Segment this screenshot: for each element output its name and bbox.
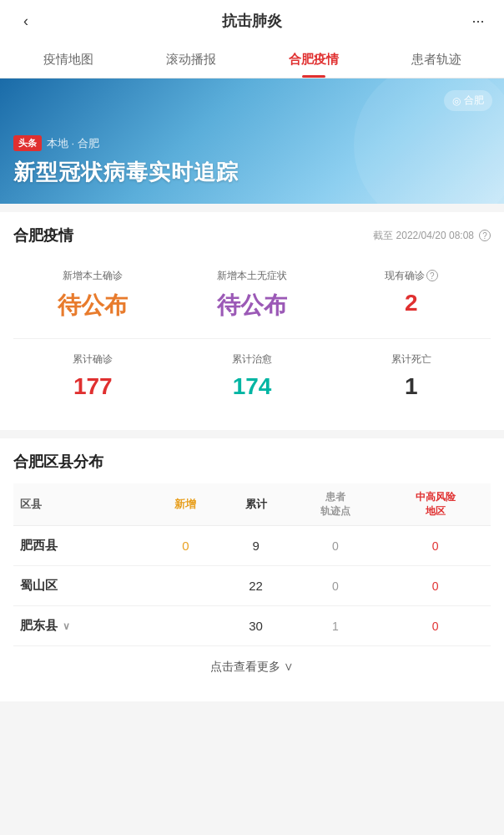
table-row: 蜀山区 22 0 0: [13, 566, 491, 606]
stat-cumulative-confirmed-value: 177: [17, 373, 169, 400]
col-header-risk: 中高风险 地区: [380, 483, 491, 526]
tab-bar: 疫情地图 滚动播报 合肥疫情 患者轨迹: [0, 42, 504, 78]
track-shushan: 0: [291, 566, 380, 606]
stat-new-confirmed-label: 新增本土确诊: [17, 269, 169, 283]
stats-header: 合肥疫情 截至 2022/04/20 08:08 ?: [13, 225, 491, 245]
stat-new-confirmed: 新增本土确诊 待公布: [13, 261, 173, 338]
district-name-feidong: 肥东县 ∨: [13, 606, 150, 646]
stat-new-asymptomatic-value: 待公布: [176, 290, 329, 321]
chevron-down-icon: ∨: [63, 620, 70, 632]
stat-cumulative-confirmed: 累计确诊 177: [13, 344, 173, 417]
cumulative-shushan: 22: [221, 566, 291, 606]
new-cases-feixi: 0: [150, 526, 220, 566]
risk-feidong: 0: [380, 606, 491, 646]
new-cases-feidong: [150, 606, 220, 646]
stat-cumulative-confirmed-label: 累计确诊: [17, 352, 169, 367]
stats-section: 合肥疫情 截至 2022/04/20 08:08 ? 新增本土确诊 待公布 新增…: [0, 212, 504, 430]
new-cases-shushan: [150, 566, 220, 606]
col-header-track: 患者 轨迹点: [291, 483, 380, 526]
track-feixi: 0: [291, 526, 380, 566]
cumulative-feidong: 30: [221, 606, 291, 646]
tab-scroll[interactable]: 滚动播报: [129, 42, 252, 78]
risk-shushan: 0: [380, 566, 491, 606]
district-section-title: 合肥区县分布: [13, 452, 491, 472]
district-name-shushan: 蜀山区: [13, 566, 150, 606]
top-bar: ‹ 抗击肺炎 ···: [0, 0, 504, 42]
stat-cumulative-death-label: 累计死亡: [335, 352, 487, 367]
stat-cumulative-recovered-value: 174: [176, 373, 329, 400]
cumulative-feixi: 9: [221, 526, 291, 566]
stat-cumulative-death-value: 1: [335, 373, 487, 400]
location-icon: ◎: [452, 95, 461, 107]
banner-location[interactable]: ◎ 合肥: [444, 90, 492, 111]
stats-row-1: 新增本土确诊 待公布 新增本土无症状 待公布 现有确诊? 2: [13, 261, 491, 338]
tab-map[interactable]: 疫情地图: [7, 42, 129, 78]
banner[interactable]: ◎ 合肥 头条 本地 · 合肥 新型冠状病毒实时追踪: [0, 78, 504, 204]
table-header-row: 区县 新增 累计 患者 轨迹点 中高风险 地区: [13, 483, 491, 526]
stat-new-asymptomatic-label: 新增本土无症状: [176, 269, 329, 283]
stat-cumulative-recovered-label: 累计治愈: [176, 352, 329, 367]
col-header-new: 新增: [150, 483, 220, 526]
stat-current-confirmed-value: 2: [335, 290, 487, 316]
stats-timestamp: 截至 2022/04/20 08:08 ?: [373, 229, 491, 243]
district-table: 区县 新增 累计 患者 轨迹点 中高风险 地区 肥西县 0 9 0 0 蜀山区 …: [13, 483, 491, 646]
table-row: 肥东县 ∨ 30 1 0: [13, 606, 491, 646]
location-label: 合肥: [464, 94, 484, 108]
table-row: 肥西县 0 9 0 0: [13, 526, 491, 566]
col-header-cumulative: 累计: [221, 483, 291, 526]
stat-current-confirmed: 现有确诊? 2: [331, 261, 491, 338]
back-button[interactable]: ‹: [13, 13, 38, 30]
stat-new-asymptomatic: 新增本土无症状 待公布: [173, 261, 332, 338]
more-button[interactable]: ···: [466, 13, 491, 30]
stats-help-icon[interactable]: ?: [479, 230, 491, 241]
stats-divider: [13, 338, 491, 339]
stat-current-confirmed-label: 现有确诊?: [335, 269, 487, 283]
tab-hefei[interactable]: 合肥疫情: [252, 42, 375, 78]
district-section: 合肥区县分布 区县 新增 累计 患者 轨迹点 中高风险 地区 肥西县 0 9 0…: [0, 438, 504, 701]
stat-cumulative-recovered: 累计治愈 174: [173, 344, 332, 417]
risk-feixi: 0: [380, 526, 491, 566]
track-feidong: 1: [291, 606, 380, 646]
stats-row-2: 累计确诊 177 累计治愈 174 累计死亡 1: [13, 344, 491, 417]
banner-subtitle: 本地 · 合肥: [47, 136, 99, 151]
stats-section-title: 合肥疫情: [13, 225, 73, 245]
stat-cumulative-death: 累计死亡 1: [331, 344, 491, 417]
tab-track[interactable]: 患者轨迹: [375, 42, 497, 78]
page-title: 抗击肺炎: [38, 11, 466, 31]
current-confirmed-help[interactable]: ?: [426, 270, 438, 281]
stat-new-confirmed-value: 待公布: [17, 290, 169, 321]
banner-tag: 头条: [13, 135, 42, 151]
view-more-button[interactable]: 点击查看更多 ∨: [13, 646, 491, 688]
col-header-district: 区县: [13, 483, 150, 526]
district-name-feixi: 肥西县: [13, 526, 150, 566]
